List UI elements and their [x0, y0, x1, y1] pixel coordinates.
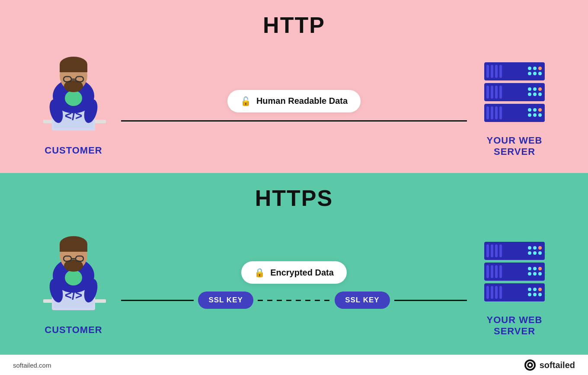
svg-point-23	[528, 72, 531, 75]
https-customer-label: CUSTOMER	[45, 324, 102, 336]
svg-rect-78	[499, 265, 502, 278]
http-title: HTTP	[263, 12, 325, 38]
svg-point-70	[538, 246, 542, 250]
svg-point-98	[529, 364, 531, 366]
svg-rect-17	[491, 65, 493, 78]
svg-rect-8	[60, 64, 87, 72]
svg-rect-64	[486, 244, 489, 257]
svg-rect-39	[491, 106, 493, 119]
svg-point-83	[533, 272, 537, 276]
svg-point-46	[533, 113, 537, 117]
svg-point-79	[528, 267, 531, 270]
https-customer-figure: </>	[32, 234, 115, 321]
svg-point-81	[538, 267, 542, 270]
svg-rect-67	[499, 244, 502, 257]
svg-rect-28	[491, 86, 493, 99]
svg-point-36	[538, 93, 542, 96]
http-lock-badge: 🔓 Human Readable Data	[227, 90, 361, 112]
svg-point-35	[533, 93, 537, 96]
svg-rect-65	[491, 244, 493, 257]
svg-rect-75	[486, 265, 489, 278]
footer-domain: softailed.com	[13, 362, 51, 369]
https-content: </> CUSTOMER 🔒 Encrypted Data	[0, 211, 588, 359]
svg-point-92	[538, 288, 542, 291]
svg-point-90	[528, 288, 531, 291]
svg-point-44	[538, 108, 542, 112]
svg-point-68	[528, 246, 531, 250]
https-lock-badge: 🔒 Encrypted Data	[241, 261, 347, 284]
https-title: HTTPS	[255, 185, 333, 211]
svg-rect-16	[486, 65, 489, 78]
svg-rect-29	[495, 86, 498, 99]
https-line-left	[121, 300, 194, 301]
svg-rect-38	[486, 106, 489, 119]
https-lock-icon: 🔒	[254, 267, 265, 278]
https-customer: </> CUSTOMER	[26, 234, 121, 336]
http-customer-label: CUSTOMER	[45, 145, 102, 156]
http-lock-icon: 🔓	[240, 96, 251, 106]
http-lock-text: Human Readable Data	[256, 96, 348, 106]
svg-point-34	[528, 93, 531, 96]
svg-point-80	[533, 267, 537, 270]
svg-point-42	[528, 108, 531, 112]
svg-rect-66	[495, 244, 498, 257]
http-line	[121, 120, 467, 122]
http-server-figure	[476, 54, 553, 131]
svg-rect-18	[495, 65, 498, 78]
svg-point-53	[65, 270, 82, 285]
svg-rect-87	[491, 286, 493, 299]
https-ssl-key-left: SSL KEY	[198, 292, 253, 309]
svg-point-71	[528, 251, 531, 255]
svg-rect-40	[495, 106, 498, 119]
svg-point-21	[533, 67, 537, 70]
https-ssl-row: SSL KEY SSL KEY	[121, 292, 467, 309]
svg-point-94	[533, 293, 537, 296]
svg-rect-77	[495, 265, 498, 278]
svg-point-24	[533, 72, 537, 75]
svg-point-31	[528, 87, 531, 91]
http-connection: 🔓 Human Readable Data	[121, 90, 467, 122]
svg-rect-76	[491, 265, 493, 278]
svg-rect-41	[499, 106, 502, 119]
http-panel: HTTP </>	[0, 0, 588, 173]
svg-point-45	[528, 113, 531, 117]
https-line-middle	[258, 300, 330, 301]
http-customer-figure: </>	[32, 55, 115, 141]
svg-point-69	[533, 246, 537, 250]
svg-point-82	[528, 272, 531, 276]
https-connection: 🔒 Encrypted Data SSL KEY SSL KEY	[121, 261, 467, 309]
footer: softailed.com softailed	[0, 355, 588, 375]
svg-point-33	[538, 87, 542, 91]
https-lock-text: Encrypted Data	[270, 268, 334, 278]
svg-point-47	[538, 113, 542, 117]
svg-rect-27	[486, 86, 489, 99]
svg-point-72	[533, 251, 537, 255]
svg-point-84	[538, 272, 542, 276]
svg-point-32	[533, 87, 537, 91]
https-line-right	[394, 300, 467, 301]
svg-rect-19	[499, 65, 502, 78]
svg-rect-89	[499, 286, 502, 299]
svg-point-91	[533, 288, 537, 291]
https-panel: HTTPS </> CUSTOMER	[0, 173, 588, 359]
softailed-logo-icon	[524, 359, 536, 371]
svg-point-95	[538, 293, 542, 296]
svg-point-25	[538, 72, 542, 75]
svg-rect-30	[499, 86, 502, 99]
svg-rect-88	[495, 286, 498, 299]
http-server: YOUR WEB SERVER	[467, 54, 562, 157]
http-server-label: YOUR WEB SERVER	[467, 135, 562, 157]
https-server-label: YOUR WEB SERVER	[467, 314, 562, 337]
http-content: </> CUSTOMER	[0, 38, 588, 173]
svg-point-5	[65, 90, 82, 106]
https-ssl-key-right: SSL KEY	[335, 292, 390, 309]
https-server-figure	[476, 233, 553, 311]
http-customer: </> CUSTOMER	[26, 55, 121, 156]
svg-rect-86	[486, 286, 489, 299]
svg-point-22	[538, 67, 542, 70]
svg-point-43	[533, 108, 537, 112]
softailed-logo-text: softailed	[540, 360, 575, 370]
svg-rect-56	[60, 244, 87, 252]
https-server: YOUR WEB SERVER	[467, 233, 562, 337]
svg-point-20	[528, 67, 531, 70]
